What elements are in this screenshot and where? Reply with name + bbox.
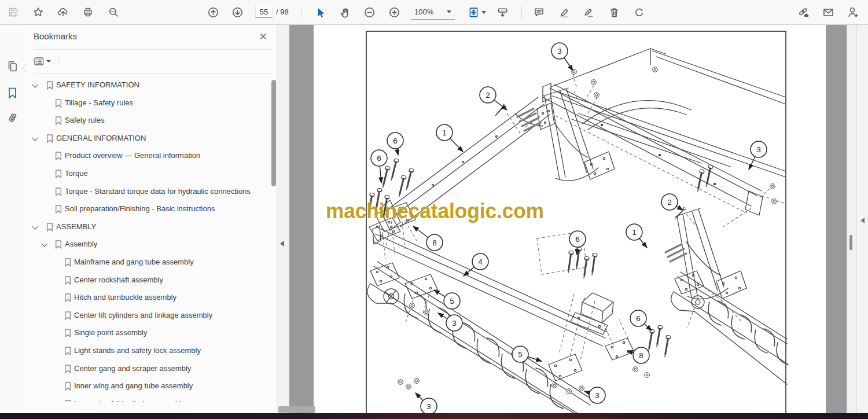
callout-number: 3 (426, 402, 431, 411)
document-vertical-scrollbar[interactable] (847, 24, 857, 413)
trash-button[interactable] (606, 5, 622, 20)
bookmark-label: Mainframe and gang tube assembly (74, 258, 194, 266)
bookmark-options-button[interactable] (34, 54, 53, 68)
bookmark-label: Soil preparation/Finishing - Basic instr… (65, 204, 215, 213)
bookmark-item[interactable]: Torque (26, 165, 270, 182)
bookmark-icon (64, 311, 71, 322)
callout-number: 5 (518, 350, 523, 359)
share-cloud-button[interactable] (55, 5, 71, 20)
bookmark-item[interactable]: Product overview — General information (26, 147, 270, 164)
search-icon[interactable] (105, 5, 122, 20)
bookmark-item[interactable]: Light stands and safety lock assembly (26, 342, 270, 359)
chevron-down-icon[interactable] (480, 5, 488, 20)
bookmark-item[interactable]: Center rockshaft assembly (26, 271, 270, 289)
bookmark-icon (64, 258, 71, 269)
bookmark-item[interactable]: ASSEMBLY (26, 218, 270, 236)
bookmark-label: Assembly (65, 240, 97, 248)
bookmark-label: Inner wing and gang tube assembly (74, 381, 193, 390)
bookmark-item[interactable]: Assembly (26, 236, 270, 253)
email-button[interactable] (820, 5, 836, 20)
page-fit-button[interactable] (465, 5, 481, 20)
page-total-label: / 98 (276, 8, 289, 16)
callout-number: 8 (639, 351, 643, 360)
zoom-level-dropdown[interactable]: 100% (411, 5, 455, 20)
callout-number: 3 (452, 319, 457, 328)
page-number-input[interactable] (255, 6, 273, 18)
left-rail (0, 24, 27, 413)
bookmark-item[interactable]: Hitch and turnbuckle assembly (26, 289, 270, 306)
bookmark-icon (64, 329, 71, 340)
callout-number: 2 (486, 91, 490, 100)
add-account-button[interactable] (845, 5, 861, 20)
bookmark-item[interactable]: Inner wing fold cylinder assembly (26, 395, 270, 402)
save-button[interactable] (5, 5, 21, 20)
page-thumbnails-icon[interactable] (3, 57, 21, 75)
bookmark-icon (55, 99, 62, 110)
highlighter-button[interactable] (556, 5, 572, 20)
rotate-button[interactable] (631, 5, 647, 20)
sign-pen-button[interactable] (580, 5, 597, 20)
scrollbar-thumb[interactable] (849, 235, 852, 250)
bookmark-label: Tillage - Safety rules (65, 98, 133, 107)
horizontal-scrollbar[interactable] (278, 406, 315, 413)
panel-title: Bookmarks (34, 31, 77, 41)
next-page-button[interactable] (229, 5, 245, 20)
bookmark-icon (55, 240, 62, 251)
toolbar-divider (521, 6, 522, 19)
bookmark-item[interactable]: Mainframe and gang tube assembly (26, 253, 270, 271)
bookmark-item[interactable]: Center lift cylinders and linkage assemb… (26, 307, 270, 324)
bookmark-icon (46, 134, 53, 145)
bookmark-label: Safety rules (65, 116, 105, 124)
attachments-icon[interactable] (3, 109, 21, 126)
document-page: machinecatalogic.com 321663218465365833 (289, 24, 847, 413)
hand-tool-button[interactable] (337, 5, 353, 20)
callout-number: 3 (756, 145, 761, 154)
bookmark-item[interactable]: SAFETY INFORMATION (26, 76, 270, 94)
bookmark-label: Torque (65, 169, 88, 178)
chevron-down-icon[interactable] (32, 81, 38, 87)
callout-number: 6 (636, 314, 641, 323)
bookmark-label: Torque - Standard torque data for hydrau… (65, 187, 251, 196)
share-link-button[interactable] (796, 5, 812, 20)
collapse-left-icon[interactable] (280, 241, 284, 247)
bookmark-item[interactable]: Center gang and scraper assembly (26, 360, 270, 377)
star-button[interactable] (30, 5, 46, 20)
panel-collapse-strip[interactable] (277, 24, 289, 413)
bookmark-label: Product overview — General information (65, 151, 200, 160)
panel-vertical-scrollbar[interactable] (271, 80, 276, 186)
bookmark-item[interactable]: GENERAL INFORMATION (26, 130, 270, 147)
bookmark-item[interactable]: Tillage - Safety rules (26, 94, 270, 112)
bookmark-label: Single point assembly (74, 328, 147, 337)
close-icon[interactable] (258, 31, 269, 42)
toolbar-divider (301, 6, 302, 19)
collapse-left-icon[interactable] (860, 218, 865, 223)
bookmark-label: Center lift cylinders and linkage assemb… (74, 311, 212, 319)
bookmark-icon (64, 347, 71, 358)
zoom-out-button[interactable] (361, 5, 377, 20)
chevron-down-icon[interactable] (32, 134, 38, 141)
chevron-down-icon[interactable] (41, 241, 47, 247)
tools-collapse-strip[interactable] (856, 24, 868, 413)
scroll-mode-button[interactable] (494, 5, 510, 20)
bookmark-icon (46, 81, 53, 92)
bookmarks-icon[interactable] (3, 84, 21, 101)
bookmark-icon (55, 188, 62, 199)
callout-number: 1 (632, 228, 637, 237)
bookmark-item[interactable]: Inner wing and gang tube assembly (26, 377, 270, 395)
bookmark-item[interactable]: Soil preparation/Finishing - Basic instr… (26, 200, 270, 218)
bookmark-label: ASSEMBLY (56, 222, 96, 231)
comment-button[interactable] (531, 5, 547, 20)
bookmark-icon (55, 116, 62, 127)
bookmark-icon (55, 170, 62, 181)
zoom-in-button[interactable] (386, 5, 402, 20)
bookmark-item[interactable]: Safety rules (26, 112, 270, 129)
bookmark-icon (55, 152, 62, 163)
callout-number: 6 (575, 235, 580, 244)
print-button[interactable] (80, 5, 96, 20)
bookmark-item[interactable]: Torque - Standard torque data for hydrau… (26, 183, 270, 200)
select-cursor-button[interactable] (312, 5, 328, 20)
previous-page-button[interactable] (205, 5, 221, 20)
bookmark-item[interactable]: Single point assembly (26, 324, 270, 341)
callout-number: 6 (377, 154, 381, 163)
chevron-down-icon[interactable] (32, 223, 38, 229)
